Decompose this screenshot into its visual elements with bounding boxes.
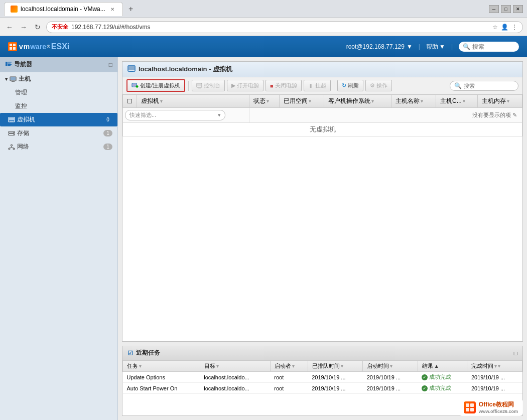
suspend-button[interactable]: ⏸ 挂起 — [304, 80, 331, 91]
col-space[interactable]: 已用空间 ▾ — [279, 95, 324, 108]
col-task[interactable]: 任务 ▾ — [123, 361, 200, 372]
col-queued-sort: ▾ — [341, 363, 343, 369]
sidebar-item-network[interactable]: 网络 1 — [0, 140, 117, 154]
vm-panel-icon — [127, 65, 136, 74]
svg-rect-1 — [13, 44, 16, 46]
select-all-header[interactable]: ☐ — [123, 95, 137, 108]
svg-point-24 — [13, 148, 15, 150]
maximize-button[interactable]: □ — [501, 5, 511, 13]
actions-button[interactable]: ⚙ 操作 — [365, 80, 392, 91]
registered-mark: ® — [47, 44, 50, 49]
user-menu[interactable]: root@192.168.77.129 ▼ — [346, 43, 413, 50]
sidebar-item-manage[interactable]: 管理 — [0, 86, 117, 99]
col-hostcpu[interactable]: 主机C... ▾ — [436, 95, 478, 108]
select-all-checkbox[interactable]: ☐ — [127, 98, 133, 105]
vmware-header: vm ware ® ESXi root@192.168.77.129 ▼ | 帮… — [0, 36, 527, 57]
task-result-2: ✓ 成功完成 — [418, 383, 467, 394]
vm-toolbar: 创建/注册虚拟机 控制台 ▶ 打开电源 ■ 关闭电源 — [122, 77, 522, 94]
svg-rect-5 — [8, 62, 12, 63]
header-search-box[interactable]: 🔍 ▾ — [459, 42, 519, 52]
quick-filter-cell[interactable]: 快速筛选... ▾ — [123, 108, 249, 123]
svg-rect-38 — [466, 403, 469, 407]
header-search-input[interactable] — [472, 43, 512, 50]
new-tab-button[interactable]: + — [125, 3, 137, 15]
quick-filter-dropdown[interactable]: ▾ — [218, 112, 221, 118]
tasks-checkbox-icon: ☑ — [127, 350, 133, 357]
edit-icon[interactable]: ✎ — [512, 112, 517, 118]
navigator-icon — [5, 61, 12, 68]
sidebar-item-monitor[interactable]: 监控 — [0, 99, 117, 113]
address-bar[interactable]: 不安全 192.168.77.129/ui/#/host/vms ☆ 👤 ⋮ — [46, 21, 523, 33]
quick-filter-row: 快速筛选... ▾ 没有要显示的项 ✎ — [123, 108, 522, 123]
minimize-button[interactable]: ─ — [489, 5, 499, 13]
svg-rect-7 — [6, 64, 8, 66]
ware-text: ware — [30, 43, 46, 51]
task-initiator-2: root — [270, 383, 308, 394]
col-started-label: 启动时间 — [367, 362, 389, 370]
power-on-button[interactable]: ▶ 打开电源 — [227, 80, 264, 91]
sidebar-title: 导航器 — [5, 60, 32, 69]
brand-url: www.office26.com — [479, 409, 518, 414]
host-label: 主机 — [19, 75, 31, 83]
console-button[interactable]: 控制台 — [192, 80, 225, 91]
svg-rect-4 — [6, 62, 8, 64]
col-started[interactable]: 启动时间 ▾ — [363, 361, 418, 372]
tasks-expand-icon[interactable]: □ — [514, 350, 517, 357]
col-hostmem-label: 主机内存 — [482, 97, 506, 105]
col-target[interactable]: 目标 ▾ — [200, 361, 270, 372]
col-status-label: 状态 — [253, 97, 266, 105]
toolbar-sep2 — [334, 81, 334, 91]
empty-row: 无虚拟机 — [123, 123, 522, 136]
forward-button[interactable]: → — [18, 22, 29, 33]
menu-icon[interactable]: ⋮ — [511, 24, 517, 31]
col-queued-label: 已排队时间 — [312, 362, 340, 370]
col-result[interactable]: 结果 ▲ — [418, 361, 467, 372]
sidebar-collapse-button[interactable]: □ — [109, 61, 112, 68]
col-status[interactable]: 状态 ▾ — [249, 95, 279, 108]
toolbar-search-box[interactable]: 🔍 — [450, 81, 518, 91]
col-initiator[interactable]: 启动者 ▾ — [270, 361, 308, 372]
col-hostmem[interactable]: 主机内存 ▾ — [477, 95, 522, 108]
svg-rect-36 — [197, 84, 201, 86]
toolbar-search-input[interactable] — [464, 83, 514, 89]
task-initiator-1: root — [270, 372, 308, 383]
col-queued[interactable]: 已排队时间 ▾ — [308, 361, 363, 372]
col-target-sort: ▾ — [216, 363, 219, 369]
storage-icon — [8, 130, 15, 137]
svg-rect-32 — [133, 84, 136, 86]
empty-message: 无虚拟机 — [123, 123, 522, 136]
col-task-sort: ▾ — [139, 363, 142, 369]
create-vm-button[interactable]: 创建/注册虚拟机 — [126, 79, 185, 92]
bookmark-icon[interactable]: ☆ — [492, 24, 498, 31]
sidebar-item-vms[interactable]: 虚拟机 0 — [0, 113, 117, 126]
refresh-button[interactable]: ↻ 刷新 — [337, 80, 363, 91]
col-result-label: 结果 — [422, 362, 433, 370]
vm-panel-header: localhost.localdomain - 虚拟机 — [122, 62, 522, 77]
browser-tab[interactable]: localhost.localdomain - VMwa... ✕ — [4, 2, 123, 16]
col-vmname[interactable]: 虚拟机 ▾ — [137, 95, 249, 108]
close-button[interactable]: ✕ — [513, 5, 523, 13]
sidebar-section-host[interactable]: ▾ 主机 — [0, 72, 117, 86]
col-completed[interactable]: 完成时间 ▾ ▾ — [467, 361, 522, 372]
svg-rect-3 — [13, 47, 16, 50]
col-target-label: 目标 — [204, 362, 215, 370]
task-name-1: Update Options — [123, 372, 200, 383]
col-hostname[interactable]: 主机名称 ▾ — [391, 95, 436, 108]
vms-label: 虚拟机 — [17, 115, 35, 124]
tab-close-button[interactable]: ✕ — [108, 5, 116, 13]
back-button[interactable]: ← — [4, 22, 15, 33]
security-warning: 不安全 — [52, 23, 68, 31]
search-dropdown-icon: ▾ — [514, 43, 517, 50]
footer-branding: Office教程网 www.office26.com — [459, 398, 523, 416]
reload-button[interactable]: ↻ — [32, 22, 43, 33]
power-off-button[interactable]: ■ 关闭电源 — [266, 80, 302, 91]
content-area: localhost.localdomain - 虚拟机 创建/注册虚拟机 — [118, 57, 527, 420]
col-guestos-sort: ▾ — [371, 98, 374, 104]
help-menu[interactable]: 帮助 ▼ — [426, 43, 445, 51]
user-label: root@192.168.77.129 — [346, 43, 405, 50]
task-completed-1: 2019/10/19 ... — [467, 372, 522, 383]
sidebar-item-storage[interactable]: 存储 1 — [0, 126, 117, 140]
col-guestos[interactable]: 客户机操作系统 ▾ — [324, 95, 391, 108]
account-icon[interactable]: 👤 — [501, 24, 508, 31]
user-dropdown-icon: ▼ — [407, 43, 413, 50]
